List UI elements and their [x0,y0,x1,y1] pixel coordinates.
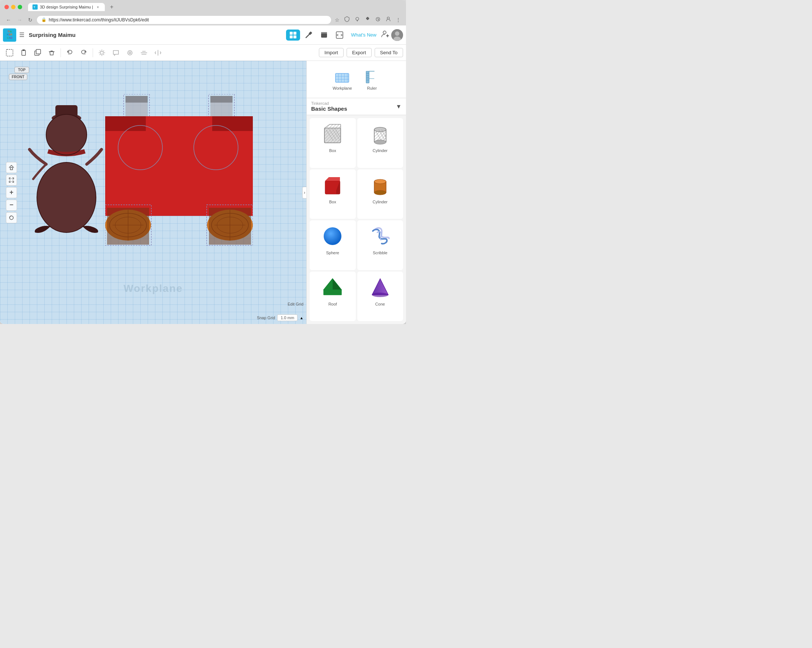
select-all-button[interactable] [3,47,16,59]
svg-rect-19 [23,49,25,51]
profile-icon-btn[interactable] [385,15,392,24]
svg-rect-10 [321,33,327,38]
canvas-area[interactable]: TOP FRONT + − [0,61,306,324]
forward-button[interactable]: → [15,16,24,24]
svg-marker-103 [372,279,388,295]
comment-button[interactable] [109,47,122,59]
cylinder-gray-icon [367,121,393,147]
project-title: Surprising Maimu [29,32,285,38]
panel-top: Workplane [307,61,406,98]
shapes-title: Basic Shapes [311,105,347,112]
lock-icon: 🔒 [41,17,46,22]
toolbar-right: Import Export Send To [319,48,403,57]
grid-view-button[interactable] [286,29,300,41]
svg-rect-42 [212,116,253,131]
app: TIN KER CAD ☰ Surprising Maimu [0,26,406,324]
reload-button[interactable]: ↻ [27,16,34,24]
shape-box-red-label: Box [329,200,336,204]
browser-tab[interactable]: T 3D design Surprising Maimu | × [28,3,105,11]
snap-grid-up-button[interactable]: ▲ [300,316,304,320]
close-button[interactable] [5,5,9,9]
menu-button[interactable]: ⋮ [395,16,401,24]
svg-rect-6 [293,32,296,35]
workplane-icon [334,68,350,84]
tools-button[interactable] [302,29,316,41]
cone-purple-icon [367,274,393,300]
svg-point-23 [128,50,132,55]
address-bar[interactable]: 🔒 https://www.tinkercad.com/things/itJUB… [37,16,331,24]
shape-roof-green[interactable]: Roof [310,271,356,322]
back-button[interactable]: ← [5,16,12,24]
shape-box-red[interactable]: Box [310,169,356,219]
table-object[interactable] [105,94,253,247]
shape-cylinder-gray-label: Cylinder [373,148,388,153]
maximize-button[interactable] [18,5,22,9]
shape-box-gray[interactable]: Box [310,118,356,168]
send-to-button[interactable]: Send To [375,48,403,57]
more-tools-btn[interactable] [374,15,382,24]
snap-grid-value[interactable]: 1.0 mm [277,314,298,321]
right-panel: Workplane [306,61,406,324]
new-tab-button[interactable]: + [108,3,116,11]
ruler-tool[interactable]: Ruler [361,65,383,93]
workplane-tool[interactable]: Workplane [330,65,355,93]
redo-button[interactable] [77,47,90,59]
logo-n: N [10,30,12,33]
tab-close-button[interactable]: × [95,5,101,9]
svg-marker-91 [325,177,340,181]
shapes-dropdown-button[interactable]: ▼ [396,103,401,110]
align-button[interactable] [137,47,151,59]
extensions-btn[interactable] [364,15,371,24]
minimize-button[interactable] [11,5,15,9]
svg-rect-59 [336,73,349,82]
view-button[interactable] [123,47,137,59]
export-button[interactable]: Export [346,48,372,57]
code-button[interactable] [333,29,346,41]
snowman-object[interactable] [28,98,105,242]
svg-point-15 [395,31,399,36]
shape-sphere-blue-label: Sphere [326,250,339,255]
svg-rect-18 [22,50,26,55]
import-button[interactable]: Import [319,48,343,57]
panel-tools: Workplane [330,65,383,93]
layers-button[interactable] [317,29,331,41]
browser-titlebar: T 3D design Surprising Maimu | × + [0,0,406,14]
delete-button[interactable] [45,47,58,59]
ruler-label-text: Ruler [367,86,377,90]
duplicate-button[interactable] [31,47,44,59]
main-content: TOP FRONT + − [0,61,406,324]
avatar[interactable] [391,29,403,41]
mirror-button[interactable] [151,47,165,59]
shape-cone-label: Cone [375,302,385,306]
svg-rect-11 [321,32,327,34]
shape-sphere-blue[interactable]: Sphere [310,220,356,270]
undo-button[interactable] [63,47,76,59]
whats-new-button[interactable]: What's New [348,30,379,39]
logo-r: R [10,33,12,36]
shape-cylinder-orange-label: Cylinder [373,200,388,204]
shapes-source: Tinkercad [311,101,347,105]
paste-button[interactable] [17,47,30,59]
collapse-panel-button[interactable]: › [302,187,306,198]
password-icon-btn[interactable] [354,15,361,24]
bookmark-button[interactable]: ☆ [334,16,340,24]
shield-icon-btn[interactable] [343,15,351,24]
light-button[interactable] [95,47,108,59]
edit-grid-button[interactable]: Edit Grid [287,302,304,306]
shape-box-gray-label: Box [329,148,336,153]
menu-hamburger-button[interactable]: ☰ [18,30,26,40]
window-controls [5,5,22,9]
shape-cone-purple[interactable]: Cone [357,271,403,322]
add-user-button[interactable] [381,29,390,40]
shape-cylinder-gray[interactable]: Cylinder [357,118,403,168]
svg-rect-17 [6,49,13,56]
toolbar: Import Export Send To [0,45,406,61]
tinkercad-logo[interactable]: TIN KER CAD [3,28,16,42]
svg-rect-39 [211,96,232,102]
shape-roof-label: Roof [328,302,337,306]
shape-scribble[interactable]: Scribble [357,220,403,270]
shape-cylinder-orange[interactable]: Cylinder [357,169,403,219]
svg-text:T: T [34,6,35,9]
svg-rect-75 [324,128,341,143]
snap-grid-area: Snap Grid 1.0 mm ▲ [257,314,304,321]
